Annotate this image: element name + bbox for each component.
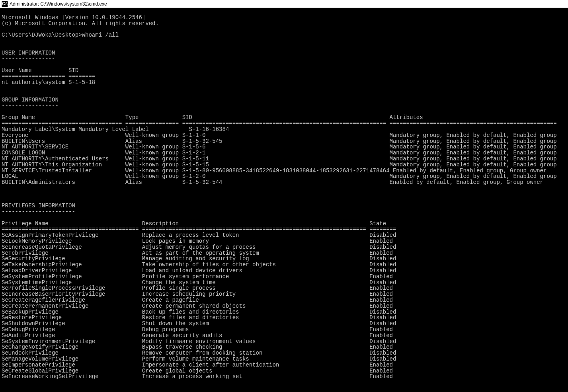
group-row: CONSOLE LOGON Well-known group S-1-2-1 M… [2,150,557,156]
user-info-cols: User Name SID [2,67,78,74]
window-title: Administrator: C:\Windows\system32\cmd.e… [10,1,107,7]
priv-row: SeUndockPrivilege Remove computer from d… [2,350,396,356]
priv-row: SeCreatePermanentPrivilege Create perman… [2,303,393,309]
priv-row: SeAssignPrimaryTokenPrivilege Replace a … [2,232,396,238]
prompt-line: C:\Users\DJWoka\Desktop>whoami /all [2,32,119,38]
group-info-underline: ----------------- [2,103,59,109]
priv-row: SeManageVolumePrivilege Perform volume m… [2,356,396,362]
group-row: Mandatory Label\System Mandatory Level L… [2,126,396,133]
priv-info-underline: ---------------------- [2,209,75,215]
copyright-line: (c) Microsoft Corporation. All rights re… [2,20,159,27]
priv-row: SeAuditPrivilege Generate security audit… [2,332,393,339]
priv-row: SeRestorePrivilege Restore files and dir… [2,314,396,321]
group-row: NT SERVICE\TrustedInstaller Well-known g… [2,168,547,174]
priv-row: SeBackupPrivilege Back up files and dire… [2,309,396,315]
priv-row: SeIncreaseBasePriorityPrivilege Increase… [2,291,393,297]
priv-row: SeShutdownPrivilege Shut down the system… [2,320,396,327]
priv-row: SeImpersonatePrivilege Impersonate a cli… [2,362,393,368]
priv-row: SeSystemEnvironmentPrivilege Modify firm… [2,338,396,345]
priv-row: SeCreateGlobalPrivilege Create global ob… [2,368,393,374]
group-cols: Group Name Type SID Attributes [2,114,423,121]
group-info-heading: GROUP INFORMATION [2,97,59,103]
group-row: BUILTIN\Users Alias S-1-5-32-545 Mandato… [2,138,557,144]
priv-row: SeTcbPrivilege Act as part of the operat… [2,250,393,256]
priv-sep: ========================================… [2,226,396,232]
priv-row: SeLockMemoryPrivilege Lock pages in memo… [2,238,393,244]
terminal-output[interactable]: Microsoft Windows [Version 10.0.19044.25… [0,8,568,380]
priv-info-heading: PRIVILEGES INFORMATION [2,203,75,209]
group-row: NT AUTHORITY\Authenticated Users Well-kn… [2,156,557,162]
version-line: Microsoft Windows [Version 10.0.19044.25… [2,14,145,21]
priv-row: SeCreatePagefilePrivilege Create a pagef… [2,297,393,303]
user-info-heading: USER INFORMATION [2,50,55,56]
group-row: NT AUTHORITY\This Organization Well-know… [2,162,557,168]
user-info-sep: =================== ======== [2,73,95,80]
priv-row: SeChangeNotifyPrivilege Bypass traverse … [2,344,393,350]
group-row: BUILTIN\Administrators Alias S-1-5-32-54… [2,179,543,185]
group-row: Everyone Well-known group S-1-1-0 Mandat… [2,132,557,138]
user-info-row: nt authority\system S-1-5-18 [2,79,95,86]
priv-row: SeDebugPrivilege Debug programs Enabled [2,326,393,333]
window-titlebar[interactable]: C:\ Administrator: C:\Windows\system32\c… [0,0,568,8]
priv-row: SeSystemProfilePrivilege Profile system … [2,273,393,280]
priv-row: SeIncreaseQuotaPrivilege Adjust memory q… [2,244,396,250]
user-info-underline: ---------------- [2,55,55,62]
group-sep: ==================================== ===… [2,120,557,127]
group-row: LOCAL Well-known group S-1-2-0 Mandatory… [2,173,557,179]
priv-row: SeSystemtimePrivilege Change the system … [2,279,396,286]
priv-row: SeLoadDriverPrivilege Load and unload de… [2,267,396,274]
priv-cols: Privilege Name Description State [2,220,386,227]
cmd-icon: C:\ [2,1,8,7]
priv-row: SeProfileSingleProcessPrivilege Profile … [2,285,393,291]
priv-row: SeSecurityPrivilege Manage auditing and … [2,255,396,262]
group-row: NT AUTHORITY\SERVICE Well-known group S-… [2,144,557,150]
priv-row: SeTakeOwnershipPrivilege Take ownership … [2,261,396,268]
priv-row: SeIncreaseWorkingSetPrivilege Increase a… [2,373,393,380]
